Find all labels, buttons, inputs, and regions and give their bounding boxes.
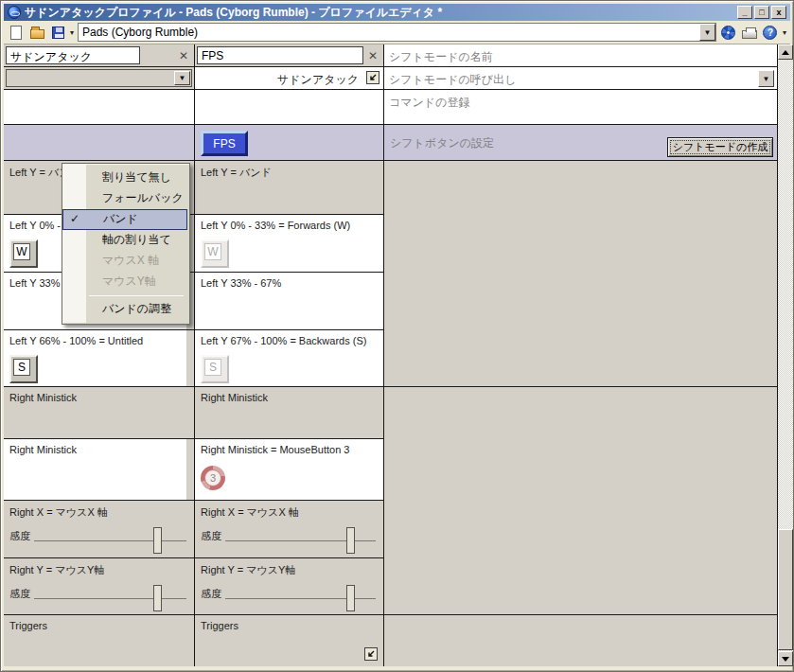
cell-label: Triggers xyxy=(201,620,238,631)
cell-mode1-ministick[interactable]: Right Ministick xyxy=(4,439,194,501)
cell-mode2-band3[interactable]: Left Y 67% - 100% = Backwards (S) S xyxy=(195,330,383,387)
help-button[interactable]: ? xyxy=(762,25,779,41)
cell-mode2-righty[interactable]: Right Y = マウスY軸 感度 xyxy=(195,558,383,615)
cell-mode2-ministick[interactable]: Right Ministick = MouseButton 3 3 xyxy=(195,439,383,501)
mode1-parent-combobox-arrow[interactable]: ▼ xyxy=(174,71,190,85)
mode2-empty-row[interactable] xyxy=(195,90,383,125)
app-icon xyxy=(8,6,21,19)
cell-mode1-rightx[interactable]: Right X = マウスX 軸 感度 xyxy=(4,501,194,558)
sensitivity-label: 感度 xyxy=(201,529,221,543)
cell-label: Left Y = バンド xyxy=(201,166,272,180)
cell-label: Right Ministick xyxy=(9,392,77,403)
profile-combobox[interactable]: Pads (Cyborg Rumble) ▼ xyxy=(78,23,716,42)
mode2-parent-row: サドンアタック xyxy=(195,67,383,90)
goto-parent-mode-button[interactable] xyxy=(366,71,379,84)
cell-mode2-lefty[interactable]: Left Y = バンド xyxy=(195,161,383,215)
maximize-button[interactable]: □ xyxy=(754,6,769,19)
print-button[interactable] xyxy=(741,25,758,41)
cell-mode1-triggers[interactable]: Triggers xyxy=(4,615,194,666)
mode1-empty-row[interactable] xyxy=(4,90,194,125)
shift-panel-empty-2 xyxy=(384,387,777,615)
save-profile-button[interactable] xyxy=(49,25,66,41)
programming-button[interactable] xyxy=(720,25,737,41)
menu-separator xyxy=(89,295,184,296)
mode1-shiftbutton-row[interactable] xyxy=(4,125,194,161)
cell-mode2-triggers[interactable]: Triggers xyxy=(195,615,383,666)
mode2-close-button[interactable]: ✕ xyxy=(364,47,381,63)
sensitivity-slider-handle[interactable] xyxy=(346,527,355,554)
keycap-w-icon: W xyxy=(9,239,38,268)
sensitivity-slider-track[interactable] xyxy=(34,598,186,599)
cell-mode1-righty[interactable]: Right Y = マウスY軸 感度 xyxy=(4,558,194,615)
cell-label: Left Y 67% - 100% = Backwards (S) xyxy=(201,335,366,346)
minimize-button[interactable]: _ xyxy=(737,6,752,19)
shift-button-setting-row: シフトボタンの設定 シフトモードの作成 xyxy=(384,125,777,161)
command-row: コマンドの登録 xyxy=(384,90,777,125)
cell-label: Left Y 0% - xyxy=(9,220,61,231)
printer-icon xyxy=(742,30,757,39)
cell-label: Left Y 33% xyxy=(9,277,60,289)
menu-item-band-adjust[interactable]: バンドの調整 xyxy=(62,299,187,320)
shift-call-row: シフトモードの呼び出し ▼ xyxy=(384,67,777,90)
cell-mode2-ministick-header[interactable]: Right Ministick xyxy=(195,387,383,439)
mode1-parent-row: ▼ xyxy=(4,67,194,90)
mode1-parent-combobox[interactable]: ▼ xyxy=(6,69,192,87)
shift-key-fps-button[interactable]: FPS xyxy=(201,131,248,156)
toolbar-overflow-arrow[interactable]: ▾ xyxy=(783,28,786,37)
mode2-shiftbutton-row: FPS xyxy=(195,125,383,161)
sensitivity-slider-handle[interactable] xyxy=(153,527,162,554)
new-profile-button[interactable] xyxy=(8,25,25,41)
keycap-s-icon: S xyxy=(201,355,229,383)
cell-mode2-band1[interactable]: Left Y 0% - 33% = Forwards (W) W xyxy=(195,215,383,273)
shift-mode-name-field[interactable]: シフトモードの名前 xyxy=(384,44,777,66)
cell-label: Left Y 0% - 33% = Forwards (W) xyxy=(201,220,350,231)
scroll-down-button[interactable] xyxy=(778,651,793,666)
cell-mode1-band3[interactable]: Left Y 66% - 100% = Untitled S xyxy=(4,330,194,387)
new-document-icon xyxy=(10,26,22,40)
shift-button-setting-label: シフトボタンの設定 xyxy=(390,135,494,151)
cell-mode2-band2[interactable]: Left Y 33% - 67% xyxy=(195,273,383,330)
command-register-field[interactable]: コマンドの登録 xyxy=(384,90,777,124)
assignment-context-menu: 割り当て無し フォールバック ✓ バンド 軸の割り当て マウスX 軸 マウスY軸… xyxy=(62,163,190,325)
expand-triggers-button[interactable] xyxy=(364,647,378,661)
cell-label: Right Y = マウスY軸 xyxy=(201,563,295,577)
wheel-icon xyxy=(721,26,735,40)
close-button[interactable]: x xyxy=(771,6,786,19)
sensitivity-slider-handle[interactable] xyxy=(346,585,355,611)
title-bar[interactable]: サドンアタックプロファイル - Pads (Cyborg Rumble) - プ… xyxy=(4,4,790,21)
mode2-parent-mode-label: サドンアタック xyxy=(277,72,359,88)
mode2-column: FPS ✕ サドンアタック FPS Left Y = バンド Left Y 0%… xyxy=(195,44,384,666)
checkmark-icon: ✓ xyxy=(70,210,79,228)
mode2-name-input[interactable]: FPS xyxy=(197,46,363,64)
cell-label: Right Ministick xyxy=(9,444,77,455)
cell-label: Right X = マウスX 軸 xyxy=(9,505,108,520)
menu-item-no-assignment[interactable]: 割り当て無し xyxy=(62,168,187,188)
save-floppy-icon xyxy=(52,27,64,39)
open-profile-button[interactable] xyxy=(28,25,45,41)
shift-mode-call-combobox[interactable]: シフトモードの呼び出し xyxy=(384,67,777,89)
toolbar: ▾ Pads (Cyborg Rumble) ▼ ? ▾ xyxy=(4,21,790,44)
scrollbar-thumb[interactable] xyxy=(778,529,793,650)
mode1-name-input[interactable]: サドンアタック xyxy=(6,46,140,64)
mouse-button-3-icon: 3 xyxy=(201,466,225,490)
cell-label: Triggers xyxy=(9,620,47,631)
shift-mode-call-arrow[interactable]: ▼ xyxy=(758,70,774,87)
cell-mode2-rightx[interactable]: Right X = マウスX 軸 感度 xyxy=(195,501,383,558)
cell-label: Left Y 33% - 67% xyxy=(201,277,281,289)
sensitivity-slider-track[interactable] xyxy=(34,540,186,541)
menu-item-axis-assignment[interactable]: 軸の割り当て xyxy=(62,230,187,251)
shift-panel-column: シフトモードの名前 シフトモードの呼び出し ▼ コマンドの登録 シフトボタンの設… xyxy=(384,44,778,666)
mode1-close-button[interactable]: ✕ xyxy=(175,47,192,63)
profile-combobox-arrow[interactable]: ▼ xyxy=(699,24,715,41)
save-dropdown-arrow[interactable]: ▾ xyxy=(70,28,74,37)
menu-item-band[interactable]: ✓ バンド xyxy=(62,209,187,230)
mode1-column: サドンアタック ✕ ▼ Left Y = バンド Left Y 0% - W L… xyxy=(4,44,195,666)
cell-mode1-ministick-header[interactable]: Right Ministick xyxy=(4,387,194,439)
menu-item-fallback[interactable]: フォールバック xyxy=(62,188,187,209)
sensitivity-slider-handle[interactable] xyxy=(153,585,162,611)
create-shift-mode-button[interactable]: シフトモードの作成 xyxy=(667,137,773,157)
corner-arrow-icon xyxy=(366,649,376,659)
cell-label: Right Y = マウスY軸 xyxy=(9,563,104,577)
scroll-up-button[interactable] xyxy=(778,44,793,60)
vertical-scrollbar[interactable] xyxy=(778,44,793,666)
